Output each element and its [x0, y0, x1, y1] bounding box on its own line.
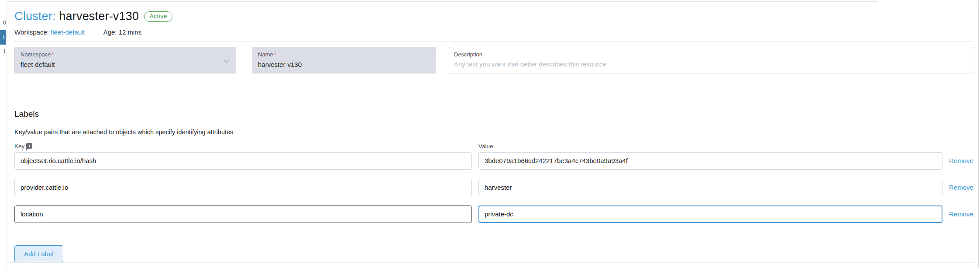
label-row: Remove: [14, 179, 974, 196]
sidebar-item-count: 0: [0, 19, 6, 26]
resource-name: harvester-v130: [59, 10, 139, 23]
workspace-label: Workspace:: [14, 28, 49, 36]
labels-section-title: Labels: [14, 109, 974, 119]
label-value-input[interactable]: [478, 179, 942, 196]
label-key-input[interactable]: [14, 152, 472, 170]
main-content: Cluster: harvester-v130Active Workspace:…: [7, 0, 974, 262]
labels-header-row: Key i Value: [14, 143, 974, 150]
page-title: Cluster: harvester-v130Active: [14, 10, 974, 24]
header-meta: Workspace: fleet-default Age: 12 mins: [14, 28, 974, 36]
add-label-button[interactable]: Add Label: [14, 245, 63, 262]
sidebar-item-selected[interactable]: 1: [0, 30, 6, 45]
age-label: Age:: [103, 28, 117, 36]
key-column-header: Key: [14, 143, 24, 150]
namespace-select: Namespace* fleet-default: [14, 47, 236, 73]
name-value: harvester-v130: [258, 61, 430, 68]
label-row: Remove: [14, 152, 974, 170]
description-field[interactable]: Description: [448, 47, 974, 73]
name-label: Name*: [258, 51, 430, 58]
age-value: 12 mins: [119, 28, 142, 36]
resource-type-label: Cluster:: [14, 10, 56, 23]
namespace-label: Namespace*: [21, 51, 230, 58]
label-key-input[interactable]: [14, 205, 472, 223]
right-divider: [978, 1, 979, 268]
label-value-input[interactable]: [478, 205, 942, 223]
description-label: Description: [454, 51, 968, 58]
bottom-divider: [9, 262, 974, 263]
header-divider: [14, 42, 974, 42]
sidebar-sliver: 0 1 1: [0, 0, 7, 268]
required-marker: *: [274, 52, 276, 58]
info-icon: i: [26, 143, 32, 149]
labels-rows: Remove Remove Remove: [14, 152, 974, 223]
resource-form-row: Namespace* fleet-default Name* harvester…: [14, 47, 974, 73]
name-input: Name* harvester-v130: [252, 47, 436, 73]
label-key-input[interactable]: [14, 179, 472, 196]
workspace-link[interactable]: fleet-default: [51, 28, 85, 36]
namespace-value: fleet-default: [21, 61, 230, 68]
sidebar-item-count: 1: [0, 48, 6, 55]
labels-section-subtitle: Key/value pairs that are attached to obj…: [14, 129, 974, 136]
status-badge: Active: [144, 11, 172, 22]
description-input[interactable]: [454, 60, 968, 68]
required-marker: *: [52, 52, 54, 58]
app-root: 0 1 1 Cluster: harvester-v130Active Work…: [0, 0, 980, 268]
sidebar-item-count: 1: [2, 34, 5, 41]
value-column-header: Value: [478, 143, 493, 150]
label-value-input[interactable]: [478, 152, 942, 170]
remove-label-link[interactable]: Remove: [949, 210, 973, 218]
label-row: Remove: [14, 205, 974, 223]
remove-label-link[interactable]: Remove: [949, 184, 973, 191]
remove-label-link[interactable]: Remove: [949, 157, 973, 164]
